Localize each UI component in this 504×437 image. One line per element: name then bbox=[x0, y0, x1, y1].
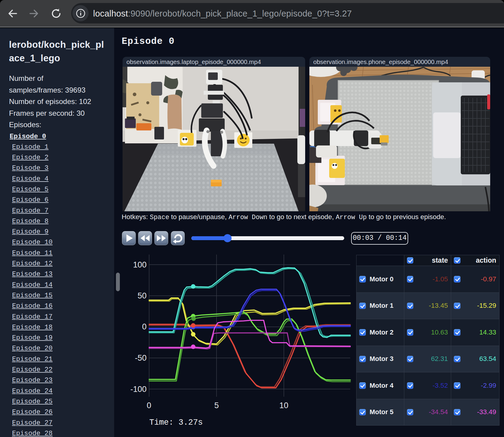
svg-text:-50: -50 bbox=[135, 353, 147, 362]
svg-text:0: 0 bbox=[142, 322, 147, 331]
svg-text:10: 10 bbox=[279, 401, 288, 410]
svg-text:-100: -100 bbox=[130, 385, 147, 394]
svg-text:5: 5 bbox=[214, 401, 219, 410]
svg-text:100: 100 bbox=[133, 260, 147, 269]
svg-text:Time: 3.27s: Time: 3.27s bbox=[149, 418, 203, 427]
svg-text:0: 0 bbox=[147, 401, 151, 410]
svg-text:50: 50 bbox=[138, 291, 147, 300]
